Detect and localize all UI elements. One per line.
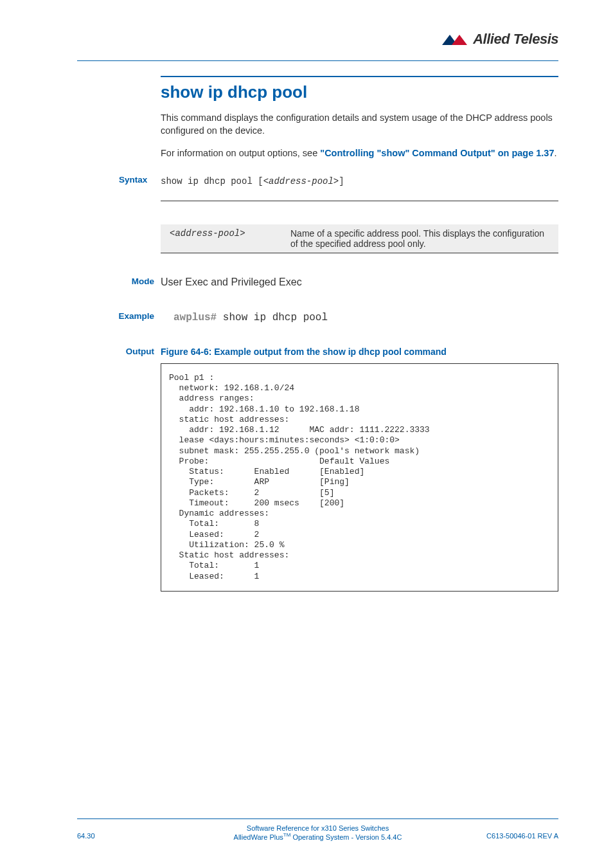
- main-content: show ip dhcp pool This command displays …: [161, 76, 558, 592]
- mode-text: User Exec and Privileged Exec: [161, 276, 302, 287]
- syntax-command: show ip dhcp pool [<address-pool>]: [161, 176, 344, 186]
- table-row: <address-pool> Name of a specific addres…: [161, 224, 558, 253]
- intro-paragraph: This command displays the configuration …: [161, 111, 558, 138]
- cli-prompt: awplus#: [173, 312, 217, 323]
- brand-text: Allied Telesis: [473, 31, 558, 47]
- brand-logo: Allied Telesis: [442, 31, 558, 48]
- xref-post: .: [555, 148, 557, 158]
- page-title: show ip dhcp pool: [161, 82, 558, 102]
- footer-page-number: 64.30: [77, 832, 95, 840]
- syntax-section: Syntax show ip dhcp pool [<address-pool>…: [161, 175, 558, 253]
- example-label: Example: [77, 311, 154, 321]
- footer-version: Operating System - Version 5.4.4C: [290, 833, 402, 841]
- syntax-label: Syntax: [119, 175, 147, 185]
- page-footer: Software Reference for x310 Series Switc…: [77, 818, 558, 841]
- syntax-post: >]: [333, 176, 344, 186]
- figure-caption: Figure 64-6: Example output from the sho…: [161, 347, 558, 357]
- xref-link[interactable]: "Controlling "show" Command Output" on p…: [320, 148, 554, 158]
- title-rule: [161, 76, 558, 77]
- example-section: Example awplus# show ip dhcp pool: [161, 311, 558, 323]
- output-label: Output: [77, 347, 154, 356]
- mode-label: Mode: [77, 276, 154, 286]
- footer-doc-rev: C613-50046-01 REV A: [486, 832, 558, 840]
- example-inner: awplus# show ip dhcp pool: [173, 311, 558, 323]
- footer-line1: Software Reference for x310 Series Switc…: [77, 824, 558, 832]
- code-output: Pool p1 : network: 192.168.1.0/24 addres…: [161, 363, 558, 592]
- page: Allied Telesis show ip dhcp pool This co…: [0, 0, 613, 868]
- output-section: Output Figure 64-6: Example output from …: [161, 347, 558, 592]
- xref-pre: For information on output options, see: [161, 148, 320, 158]
- brand-mark-icon: [442, 33, 470, 46]
- mode-section: Mode User Exec and Privileged Exec: [161, 276, 558, 288]
- svg-marker-1: [452, 35, 467, 45]
- parameter-table: <address-pool> Name of a specific addres…: [161, 201, 558, 253]
- header-rule: [77, 60, 558, 61]
- xref-paragraph: For information on output options, see "…: [161, 147, 558, 159]
- syntax-pre: show ip dhcp pool [<: [161, 176, 269, 186]
- param-desc: Name of a specific address pool. This di…: [281, 224, 558, 253]
- syntax-param: address-pool: [269, 176, 333, 186]
- param-name: <address-pool>: [161, 224, 281, 253]
- cli-command: show ip dhcp pool: [217, 312, 328, 323]
- footer-product: AlliedWare Plus: [234, 833, 283, 841]
- tm-mark: TM: [283, 832, 291, 838]
